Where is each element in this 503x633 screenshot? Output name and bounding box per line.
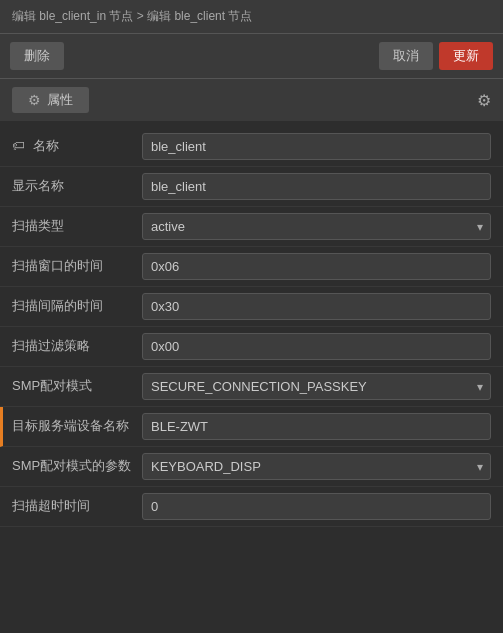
select-input-2[interactable]: activepassive	[142, 213, 491, 240]
toolbar-right: 取消 更新	[379, 42, 493, 70]
text-input-0[interactable]	[142, 133, 491, 160]
text-input-5[interactable]	[142, 333, 491, 360]
form-label-2: 扫描类型	[12, 218, 142, 235]
form-row-5: 扫描过滤策略	[0, 327, 503, 367]
tag-icon-0: 🏷	[12, 138, 29, 153]
form-label-3: 扫描窗口的时间	[12, 258, 142, 275]
form-label-4: 扫描间隔的时间	[12, 298, 142, 315]
update-button[interactable]: 更新	[439, 42, 493, 70]
section-gear-icon: ⚙	[28, 92, 41, 108]
form-row-8: SMP配对模式的参数KEYBOARD_DISPDISPLAY_ONLYKEYBO…	[0, 447, 503, 487]
form-row-9: 扫描超时时间	[0, 487, 503, 527]
cancel-button[interactable]: 取消	[379, 42, 433, 70]
section-title-wrapper: ⚙ 属性	[12, 87, 89, 113]
text-input-7[interactable]	[142, 413, 491, 440]
form-label-6: SMP配对模式	[12, 378, 142, 395]
settings-gear-icon[interactable]: ⚙	[477, 91, 491, 110]
select-input-6[interactable]: SECURE_CONNECTION_PASSKEYJUST_WORKSPASSK…	[142, 373, 491, 400]
form-label-7: 目标服务端设备名称	[12, 418, 142, 435]
form-row-1: 显示名称	[0, 167, 503, 207]
text-input-3[interactable]	[142, 253, 491, 280]
form-label-5: 扫描过滤策略	[12, 338, 142, 355]
form-row-3: 扫描窗口的时间	[0, 247, 503, 287]
breadcrumb: 编辑 ble_client_in 节点 > 编辑 ble_client 节点	[0, 0, 503, 34]
form-row-2: 扫描类型activepassive▾	[0, 207, 503, 247]
text-input-1[interactable]	[142, 173, 491, 200]
form-row-4: 扫描间隔的时间	[0, 287, 503, 327]
select-wrapper-8: KEYBOARD_DISPDISPLAY_ONLYKEYBOARD_ONLY▾	[142, 453, 491, 480]
form-label-8: SMP配对模式的参数	[12, 458, 142, 475]
select-wrapper-2: activepassive▾	[142, 213, 491, 240]
toolbar: 删除 取消 更新	[0, 34, 503, 79]
form-row-7: 目标服务端设备名称	[0, 407, 503, 447]
select-input-8[interactable]: KEYBOARD_DISPDISPLAY_ONLYKEYBOARD_ONLY	[142, 453, 491, 480]
form-row-6: SMP配对模式SECURE_CONNECTION_PASSKEYJUST_WOR…	[0, 367, 503, 407]
form-row-0: 🏷 名称	[0, 127, 503, 167]
breadcrumb-text: 编辑 ble_client_in 节点 > 编辑 ble_client 节点	[12, 9, 252, 23]
form-area: 🏷 名称显示名称扫描类型activepassive▾扫描窗口的时间扫描间隔的时间…	[0, 121, 503, 533]
select-wrapper-6: SECURE_CONNECTION_PASSKEYJUST_WORKSPASSK…	[142, 373, 491, 400]
form-label-9: 扫描超时时间	[12, 498, 142, 515]
text-input-9[interactable]	[142, 493, 491, 520]
toolbar-left: 删除	[10, 42, 64, 70]
section-header: ⚙ 属性 ⚙	[0, 79, 503, 121]
section-title-label: 属性	[47, 91, 73, 109]
text-input-4[interactable]	[142, 293, 491, 320]
form-label-1: 显示名称	[12, 178, 142, 195]
delete-button[interactable]: 删除	[10, 42, 64, 70]
form-label-0: 🏷 名称	[12, 138, 142, 155]
